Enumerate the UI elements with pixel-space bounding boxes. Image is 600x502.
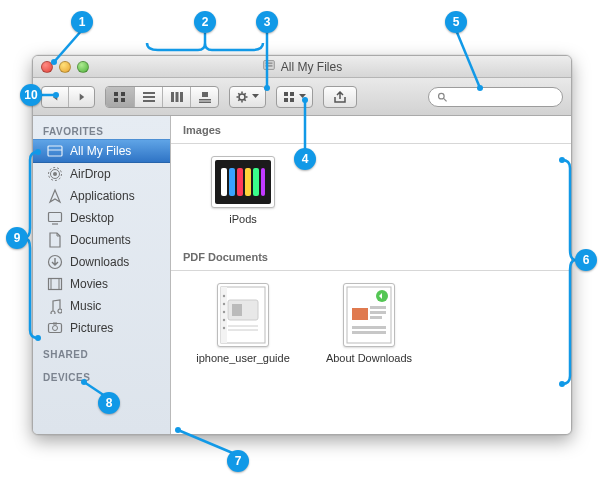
svg-rect-66	[370, 306, 386, 309]
airdrop-icon	[47, 166, 63, 182]
callout-6: 6	[575, 249, 597, 271]
list-view-button[interactable]	[134, 87, 162, 107]
sidebar-item-label: Applications	[70, 189, 135, 203]
window-title: All My Files	[281, 60, 342, 74]
svg-line-24	[244, 93, 245, 94]
back-button[interactable]	[42, 87, 68, 107]
svg-rect-5	[114, 98, 118, 102]
sidebar: FAVORITES All My Files AirDrop Applicati…	[33, 116, 171, 434]
svg-rect-48	[237, 168, 243, 196]
svg-rect-3	[114, 92, 118, 96]
group-header-pdf: PDF Documents	[171, 243, 571, 267]
sidebar-header-shared[interactable]: SHARED	[33, 345, 170, 362]
search-field[interactable]	[428, 87, 563, 107]
desktop-icon	[47, 210, 63, 226]
content-area: Images iPods PDF Documents iphone_user_g…	[171, 116, 571, 434]
callout-1: 1	[71, 11, 93, 33]
column-view-button[interactable]	[162, 87, 190, 107]
sidebar-item-all-my-files[interactable]: All My Files	[33, 139, 170, 163]
sidebar-item-label: Music	[70, 299, 101, 313]
svg-rect-39	[49, 279, 62, 290]
zoom-window-button[interactable]	[77, 61, 89, 73]
svg-point-62	[223, 327, 225, 329]
callout-9: 9	[6, 227, 28, 249]
svg-rect-50	[253, 168, 259, 196]
search-input[interactable]	[452, 91, 554, 103]
svg-rect-4	[121, 92, 125, 96]
arrange-icon	[283, 91, 297, 103]
svg-rect-42	[49, 324, 62, 333]
pictures-icon	[47, 320, 63, 336]
file-thumbnail	[217, 283, 269, 347]
svg-rect-65	[352, 308, 368, 320]
title-proxy-icon	[262, 58, 276, 75]
sidebar-item-label: Downloads	[70, 255, 129, 269]
toolbar	[33, 78, 571, 116]
svg-rect-11	[175, 92, 178, 102]
callout-8: 8	[98, 392, 120, 414]
titlebar: All My Files	[33, 56, 571, 78]
chevron-down-icon	[252, 94, 259, 99]
share-button[interactable]	[323, 86, 357, 108]
group-header-images: Images	[171, 116, 571, 140]
applications-icon	[47, 188, 63, 204]
sidebar-item-label: Movies	[70, 277, 108, 291]
share-icon	[333, 91, 347, 103]
sidebar-item-pictures[interactable]: Pictures	[33, 317, 170, 339]
callout-7: 7	[227, 450, 249, 472]
sidebar-item-desktop[interactable]: Desktop	[33, 207, 170, 229]
music-icon	[47, 298, 63, 314]
sidebar-item-applications[interactable]: Applications	[33, 185, 170, 207]
svg-point-43	[53, 326, 58, 331]
arrange-menu-button[interactable]	[276, 86, 313, 108]
svg-rect-2	[265, 65, 272, 67]
documents-icon	[47, 232, 63, 248]
svg-rect-25	[284, 92, 288, 96]
svg-rect-28	[290, 98, 294, 102]
sidebar-item-movies[interactable]: Movies	[33, 273, 170, 295]
gear-icon	[236, 91, 250, 103]
svg-rect-67	[370, 311, 386, 314]
sidebar-item-label: AirDrop	[70, 167, 111, 181]
icon-view-button[interactable]	[106, 87, 134, 107]
svg-point-33	[53, 172, 57, 176]
sidebar-item-music[interactable]: Music	[33, 295, 170, 317]
close-window-button[interactable]	[41, 61, 53, 73]
svg-rect-36	[49, 213, 62, 222]
svg-rect-8	[143, 96, 155, 98]
file-thumbnail	[343, 283, 395, 347]
file-item[interactable]: iPods	[193, 156, 293, 225]
sidebar-item-label: Pictures	[70, 321, 113, 335]
sidebar-item-downloads[interactable]: Downloads	[33, 251, 170, 273]
minimize-window-button[interactable]	[59, 61, 71, 73]
coverflow-view-button[interactable]	[190, 87, 218, 107]
file-item[interactable]: iphone_user_guide	[193, 283, 293, 364]
sidebar-header-devices[interactable]: DEVICES	[33, 368, 170, 385]
svg-line-30	[444, 98, 447, 101]
svg-rect-47	[229, 168, 235, 196]
sidebar-header-favorites[interactable]: FAVORITES	[33, 122, 170, 139]
svg-point-58	[223, 295, 225, 297]
callout-5: 5	[445, 11, 467, 33]
svg-rect-13	[202, 92, 208, 97]
chevron-down-icon	[299, 94, 306, 99]
callout-3: 3	[256, 11, 278, 33]
sidebar-item-airdrop[interactable]: AirDrop	[33, 163, 170, 185]
svg-line-21	[238, 93, 239, 94]
sidebar-item-label: Documents	[70, 233, 131, 247]
svg-rect-0	[264, 61, 275, 70]
svg-rect-14	[199, 99, 211, 101]
file-thumbnail	[211, 156, 275, 208]
svg-line-22	[244, 99, 245, 100]
all-files-icon	[47, 143, 63, 159]
sidebar-item-documents[interactable]: Documents	[33, 229, 170, 251]
svg-rect-15	[199, 101, 211, 103]
forward-button[interactable]	[68, 87, 94, 107]
callout-4: 4	[294, 148, 316, 170]
svg-rect-10	[171, 92, 174, 102]
movies-icon	[47, 276, 63, 292]
action-menu-button[interactable]	[229, 86, 266, 108]
file-item[interactable]: About Downloads	[319, 283, 419, 364]
callout-2: 2	[194, 11, 216, 33]
nav-buttons	[41, 86, 95, 108]
